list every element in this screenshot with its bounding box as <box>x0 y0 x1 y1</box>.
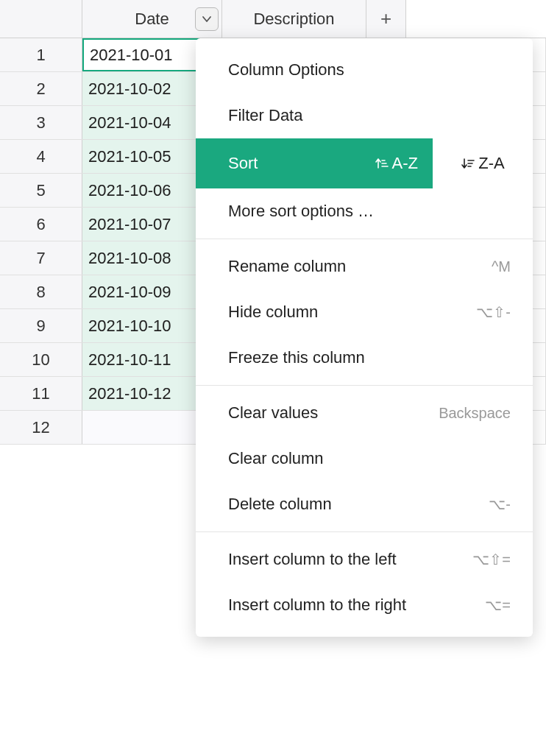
row-header[interactable]: 5 <box>0 174 82 207</box>
column-dropdown-trigger[interactable] <box>195 7 219 31</box>
row-header[interactable]: 3 <box>0 106 82 139</box>
menu-filter-data[interactable]: Filter Data <box>196 93 533 138</box>
menu-sort-za[interactable]: Z-A <box>433 138 533 188</box>
menu-shortcut: ^M <box>492 258 511 275</box>
column-header-row: Date Description + <box>0 0 546 38</box>
menu-divider <box>196 239 533 239</box>
menu-item-label: Freeze this column <box>228 348 365 367</box>
menu-item-label: Clear values <box>228 403 318 423</box>
menu-shortcut: ⌥- <box>489 495 511 513</box>
add-column-button[interactable]: + <box>366 0 406 38</box>
corner-cell[interactable] <box>0 0 82 38</box>
menu-insert-left[interactable]: Insert column to the left ⌥⇧= <box>196 537 533 582</box>
menu-sort-row: Sort A-Z Z-A <box>196 138 533 188</box>
menu-item-label: Insert column to the right <box>228 596 406 615</box>
row-header[interactable]: 8 <box>0 275 82 308</box>
column-header-date[interactable]: Date <box>82 0 222 38</box>
menu-divider <box>196 531 533 532</box>
row-header[interactable]: 4 <box>0 140 82 173</box>
menu-insert-right[interactable]: Insert column to the right ⌥= <box>196 582 533 628</box>
menu-shortcut: Backspace <box>439 405 511 422</box>
column-header-description[interactable]: Description <box>222 0 366 38</box>
menu-item-label: Insert column to the left <box>228 550 397 569</box>
menu-clear-values[interactable]: Clear values Backspace <box>196 390 533 436</box>
chevron-down-icon <box>202 14 212 24</box>
menu-item-label: Delete column <box>228 495 332 514</box>
menu-rename-column[interactable]: Rename column ^M <box>196 244 533 289</box>
menu-shortcut: ⌥= <box>485 596 511 614</box>
row-header[interactable]: 7 <box>0 241 82 275</box>
column-header-label: Date <box>135 10 169 29</box>
row-header[interactable]: 9 <box>0 309 82 342</box>
menu-sort-az[interactable]: Sort A-Z <box>196 138 433 188</box>
sort-az-indicator: A-Z <box>375 154 418 173</box>
menu-item-label: Hide column <box>228 303 318 322</box>
menu-item-label: Rename column <box>228 257 346 276</box>
spreadsheet: Date Description + 12021-10-0122021-10-0… <box>0 0 546 445</box>
menu-item-label: More sort options … <box>228 202 374 221</box>
row-header[interactable]: 12 <box>0 411 82 444</box>
sort-ascending-icon <box>375 156 389 171</box>
row-header[interactable]: 2 <box>0 72 82 105</box>
menu-shortcut: ⌥⇧- <box>476 303 511 321</box>
menu-divider <box>196 385 533 386</box>
sort-descending-icon <box>461 156 475 171</box>
menu-item-label: Clear column <box>228 449 324 468</box>
row-header[interactable]: 6 <box>0 208 82 241</box>
menu-delete-column[interactable]: Delete column ⌥- <box>196 481 533 527</box>
menu-clear-column[interactable]: Clear column <box>196 436 533 481</box>
column-context-menu: Column Options Filter Data Sort A-Z <box>196 38 533 637</box>
menu-shortcut: ⌥⇧= <box>472 551 511 568</box>
plus-icon: + <box>380 7 391 30</box>
menu-item-label: Column Options <box>228 60 344 80</box>
menu-hide-column[interactable]: Hide column ⌥⇧- <box>196 289 533 335</box>
row-header[interactable]: 11 <box>0 377 82 410</box>
menu-more-sort[interactable]: More sort options … <box>196 188 533 234</box>
column-header-label: Description <box>253 10 334 29</box>
row-header[interactable]: 10 <box>0 343 82 376</box>
menu-freeze-column[interactable]: Freeze this column <box>196 335 533 381</box>
menu-column-options[interactable]: Column Options <box>196 47 533 93</box>
menu-item-label: Filter Data <box>228 106 302 125</box>
menu-item-label: Sort <box>228 154 258 173</box>
row-header[interactable]: 1 <box>0 38 82 71</box>
